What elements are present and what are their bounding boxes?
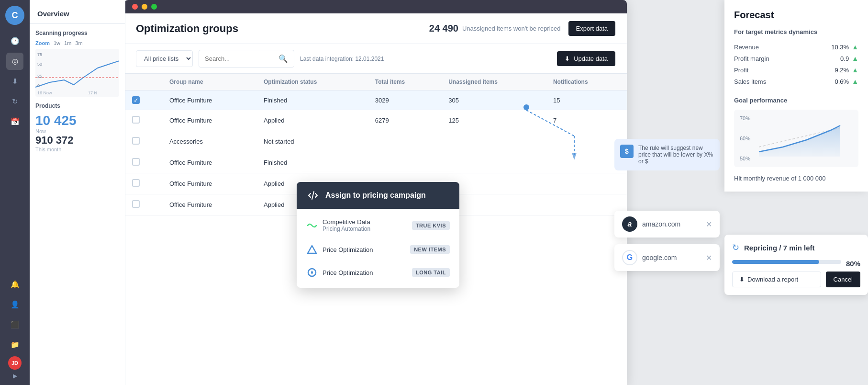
rule-dollar-icon: $ xyxy=(620,145,634,158)
cancel-repricing-button[interactable]: Cancel xyxy=(826,272,860,287)
status-badge: Finished xyxy=(264,97,287,104)
true-kvis-tag: TRUE KVIS xyxy=(412,221,450,230)
google-close-icon[interactable]: ✕ xyxy=(706,253,712,262)
price-opt-label-2: Price Optimization xyxy=(323,269,373,276)
table-row[interactable]: Office Furniture Finished xyxy=(124,152,627,173)
zoom-controls: Zoom 1w 1m 3m xyxy=(35,40,119,46)
export-data-button[interactable]: Export data xyxy=(568,21,616,36)
repricing-header: ↻ Repricing / 7 min left xyxy=(732,242,860,253)
progress-fill xyxy=(732,260,819,264)
sidebar-item-history[interactable]: 🕐 xyxy=(6,33,23,50)
metric-revenue-value: 10.3% ▲ xyxy=(831,43,858,51)
assign-pricing-popup: Assign to pricing campaign Competitive D… xyxy=(297,182,459,288)
zoom-option-3m[interactable]: 3m xyxy=(75,40,82,46)
update-data-button[interactable]: ⬇ Update data xyxy=(557,51,615,66)
price-optimization-icon-2 xyxy=(306,267,318,278)
assign-popup-title: Assign to pricing campaign xyxy=(325,191,426,200)
row-checkbox[interactable] xyxy=(132,137,140,145)
row-group-name: Accessories xyxy=(162,131,256,152)
overview-panel: Overview Scanning progress Zoom 1w 1m 3m… xyxy=(30,0,125,385)
row-unassigned xyxy=(441,152,545,173)
col-opt-status: Optimization status xyxy=(256,74,367,91)
assign-popup-body: Competitive Data Pricing Automation TRUE… xyxy=(297,209,459,288)
zoom-option-1w[interactable]: 1w xyxy=(54,40,60,46)
google-logo-icon: G xyxy=(622,250,637,265)
new-items-tag: NEW ITEMS xyxy=(410,245,450,254)
col-group-name: Group name xyxy=(162,74,256,91)
sidebar-item-bell[interactable]: 🔔 xyxy=(6,276,23,293)
row-group-name: Office Furniture xyxy=(162,194,256,215)
metric-profit-margin: Profit margin 0.9 ▲ xyxy=(734,53,858,64)
status-badge: Not started xyxy=(264,138,294,145)
products-label: Products xyxy=(35,102,119,109)
download-report-button[interactable]: ⬇ Download a report xyxy=(732,272,821,287)
assign-item-price-opt-long[interactable]: Price Optimization LONG TAIL xyxy=(297,261,459,284)
sidebar-item-folder[interactable]: 📁 xyxy=(6,336,23,353)
goal-performance-chart: 70% 60% 50% xyxy=(734,110,858,167)
profit-up-icon: ▲ xyxy=(852,66,858,74)
app-logo[interactable]: C xyxy=(5,6,24,25)
price-list-select[interactable]: All price lists xyxy=(136,50,193,67)
search-input[interactable] xyxy=(205,55,275,62)
metric-profit-margin-label: Profit margin xyxy=(734,55,769,62)
google-competitor-panel: G google.com ✕ xyxy=(614,244,720,271)
rule-content: $ The rule will suggest new price that w… xyxy=(620,145,714,165)
maximize-window-icon[interactable] xyxy=(151,4,157,10)
price-opt-label-1: Price Optimization xyxy=(323,246,373,253)
overview-chart: 16 Now 17 N 75 50 25 0 xyxy=(35,49,119,97)
sidebar-item-download[interactable]: ⬇ xyxy=(6,73,23,90)
unassigned-count: 24 490 xyxy=(429,23,458,34)
table-row[interactable]: Accessories Not started xyxy=(124,131,627,152)
assign-item-competitive[interactable]: Competitive Data Pricing Automation TRUE… xyxy=(297,213,459,238)
sidebar-item-target[interactable]: ◎ xyxy=(6,53,23,70)
row-group-name: Office Furniture xyxy=(162,152,256,173)
assign-icon xyxy=(306,189,320,202)
download-icon: ⬇ xyxy=(565,55,570,62)
goal-chart-svg xyxy=(745,113,855,159)
hit-revenue-label: Hit monthly revenue of 1 000 000 xyxy=(734,175,858,182)
metric-profit: Profit 9.2% ▲ xyxy=(734,64,858,76)
amazon-close-icon[interactable]: ✕ xyxy=(706,220,712,229)
overview-content: Scanning progress Zoom 1w 1m 3m 16 Now 1… xyxy=(30,24,125,158)
assign-item-left: Competitive Data Pricing Automation xyxy=(306,218,370,232)
google-info: G google.com xyxy=(622,250,677,265)
products-month-label: This month xyxy=(35,147,119,152)
repricing-title: Repricing / 7 min left xyxy=(744,244,815,252)
sidebar-item-user[interactable]: 👤 xyxy=(6,296,23,313)
user-avatar[interactable]: JD xyxy=(8,356,22,370)
unassigned-badge: 24 490 Unassigned items won't be reprice… xyxy=(429,23,561,34)
assign-item-left: Price Optimization xyxy=(306,267,373,278)
row-checkbox[interactable] xyxy=(132,179,140,187)
forecast-metrics: Revenue 10.3% ▲ Profit margin 0.9 ▲ Prof… xyxy=(734,41,858,87)
row-checkbox[interactable] xyxy=(132,200,140,208)
price-optimization-icon-1 xyxy=(306,244,318,255)
products-now-label: Now xyxy=(35,128,119,134)
forecast-panel: Forecast For target metrics dynamics Rev… xyxy=(724,0,868,192)
assign-popup-header: Assign to pricing campaign xyxy=(297,182,459,209)
row-group-name: Office Furniture xyxy=(162,91,256,110)
zoom-option-zoom[interactable]: Zoom xyxy=(35,40,50,46)
zoom-option-1m[interactable]: 1m xyxy=(64,40,71,46)
assign-item-text: Competitive Data Pricing Automation xyxy=(323,218,370,232)
row-checkbox[interactable]: ✓ xyxy=(132,96,140,104)
row-group-name: Office Furniture xyxy=(162,173,256,194)
sidebar-item-refresh[interactable]: ↻ xyxy=(6,93,23,110)
opt-panel-title: Optimization groups xyxy=(136,23,238,35)
table-row[interactable]: Office Furniture Applied 6279 125 7 xyxy=(124,110,627,131)
svg-text:50: 50 xyxy=(37,62,42,67)
progress-percentage: 80% xyxy=(846,260,860,268)
sidebar-expand-icon[interactable]: ▶ xyxy=(13,373,17,379)
row-checkbox[interactable] xyxy=(132,116,140,124)
overview-title: Overview xyxy=(30,0,125,24)
sidebar-item-grid[interactable]: ⬛ xyxy=(6,316,23,333)
row-checkbox[interactable] xyxy=(132,158,140,166)
row-notifications: 15 xyxy=(545,91,627,110)
row-notifications xyxy=(545,173,627,194)
close-window-icon[interactable] xyxy=(132,4,138,10)
minimize-window-icon[interactable] xyxy=(142,4,147,10)
sidebar-item-calendar[interactable]: 📅 xyxy=(6,113,23,130)
assign-item-price-opt-new[interactable]: Price Optimization NEW ITEMS xyxy=(297,238,459,261)
opt-header-right: 24 490 Unassigned items won't be reprice… xyxy=(429,21,615,36)
assign-item-left: Price Optimization xyxy=(306,244,373,255)
table-row[interactable]: ✓ Office Furniture Finished 3029 305 15 xyxy=(124,91,627,110)
